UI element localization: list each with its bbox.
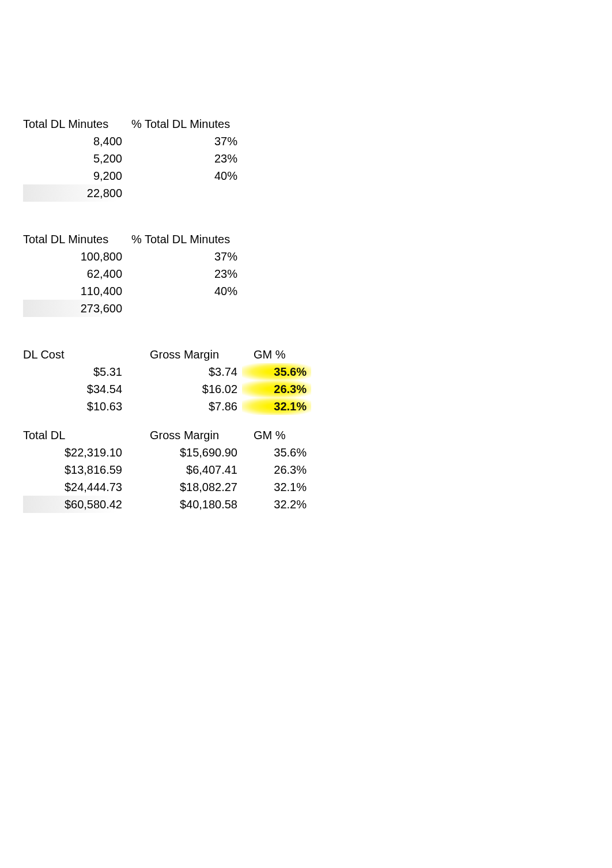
header-total-dl: Total DL <box>23 427 127 444</box>
table-row: $24,444.73 $18,082.27 32.1% <box>23 478 612 496</box>
cell-value: 8,400 <box>23 133 127 150</box>
header-gross-margin: Gross Margin <box>127 346 242 363</box>
cell-total: 22,800 <box>23 184 127 202</box>
cell-value: 110,400 <box>23 282 127 300</box>
cell-empty <box>127 184 242 202</box>
header-dl-cost: DL Cost <box>23 346 127 363</box>
table-total-dl: Total DL Gross Margin GM % $22,319.10 $1… <box>23 427 612 513</box>
table-row: $5.31 $3.74 35.6% <box>23 363 612 380</box>
header-pct-total-dl-minutes: % Total DL Minutes <box>127 115 242 133</box>
table-row: $22,319.10 $15,690.90 35.6% <box>23 444 612 461</box>
cell-value: 32.1% <box>242 478 311 496</box>
cell-total: $60,580.42 <box>23 496 127 513</box>
cell-value: $15,690.90 <box>127 444 242 461</box>
header-gm-pct: GM % <box>242 346 311 363</box>
cell-value: $16.02 <box>127 380 242 398</box>
cell-value: 100,800 <box>23 248 127 265</box>
table-row: $10.63 $7.86 32.1% <box>23 398 612 415</box>
cell-value: 23% <box>127 150 242 167</box>
table-dl-minutes-1: Total DL Minutes % Total DL Minutes 8,40… <box>23 115 612 202</box>
cell-empty <box>127 300 242 317</box>
cell-value: 23% <box>127 265 242 282</box>
header-gm-pct: GM % <box>242 427 311 444</box>
table-total-row: 22,800 <box>23 184 612 202</box>
cell-highlight: 26.3% <box>242 380 311 398</box>
cell-highlight: 35.6% <box>242 363 311 380</box>
table-row: $34.54 $16.02 26.3% <box>23 380 612 398</box>
table-dl-minutes-2: Total DL Minutes % Total DL Minutes 100,… <box>23 231 612 317</box>
cell-highlight: 32.1% <box>242 398 311 415</box>
cell-total: 32.2% <box>242 496 311 513</box>
cell-value: $5.31 <box>23 363 127 380</box>
table-total-row: $60,580.42 $40,180.58 32.2% <box>23 496 612 513</box>
table-row: $13,816.59 $6,407.41 26.3% <box>23 461 612 478</box>
cell-value: 40% <box>127 282 242 300</box>
table-row: 100,800 37% <box>23 248 612 265</box>
table-row: 110,400 40% <box>23 282 612 300</box>
cell-value: 37% <box>127 248 242 265</box>
cell-value: $6,407.41 <box>127 461 242 478</box>
cell-value: $7.86 <box>127 398 242 415</box>
table-row: 8,400 37% <box>23 133 612 150</box>
cell-value: 40% <box>127 167 242 184</box>
table-row: 62,400 23% <box>23 265 612 282</box>
table-dl-cost: DL Cost Gross Margin GM % $5.31 $3.74 35… <box>23 346 612 415</box>
cell-value: $34.54 <box>23 380 127 398</box>
cell-value: 5,200 <box>23 150 127 167</box>
table-row: 5,200 23% <box>23 150 612 167</box>
cell-value: $18,082.27 <box>127 478 242 496</box>
header-pct-total-dl-minutes: % Total DL Minutes <box>127 231 242 248</box>
cell-value: $10.63 <box>23 398 127 415</box>
cell-value: $22,319.10 <box>23 444 127 461</box>
cell-value: 9,200 <box>23 167 127 184</box>
table-total-row: 273,600 <box>23 300 612 317</box>
header-total-dl-minutes: Total DL Minutes <box>23 231 127 248</box>
spreadsheet: Total DL Minutes % Total DL Minutes 8,40… <box>0 0 612 513</box>
cell-value: $3.74 <box>127 363 242 380</box>
cell-value: 35.6% <box>242 444 311 461</box>
table-row: 9,200 40% <box>23 167 612 184</box>
cell-total: 273,600 <box>23 300 127 317</box>
cell-value: 26.3% <box>242 461 311 478</box>
cell-value: $13,816.59 <box>23 461 127 478</box>
cell-total: $40,180.58 <box>127 496 242 513</box>
cell-value: $24,444.73 <box>23 478 127 496</box>
header-gross-margin: Gross Margin <box>127 427 242 444</box>
cell-value: 62,400 <box>23 265 127 282</box>
cell-value: 37% <box>127 133 242 150</box>
header-total-dl-minutes: Total DL Minutes <box>23 115 127 133</box>
